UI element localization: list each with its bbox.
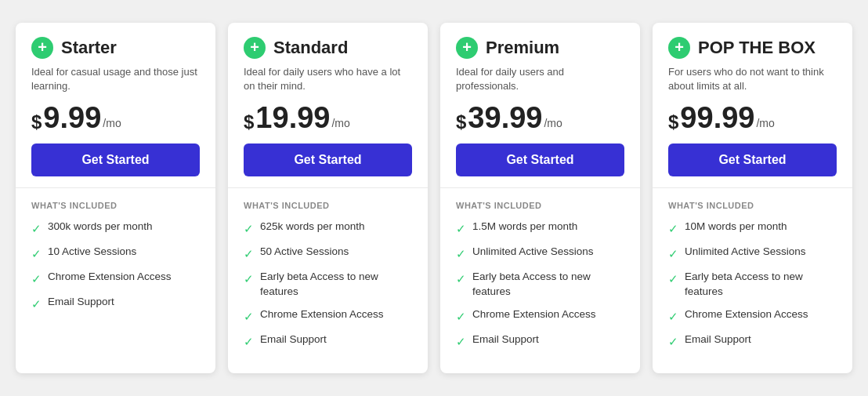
feature-text: Chrome Extension Access — [260, 307, 384, 322]
get-started-button-premium[interactable]: Get Started — [456, 144, 624, 176]
plan-title-row-pop-the-box: POP THE BOX — [668, 37, 837, 59]
get-started-button-pop-the-box[interactable]: Get Started — [668, 144, 837, 176]
plan-card-starter: StarterIdeal for casual usage and those … — [16, 23, 215, 373]
price-amount-standard: 19.99 — [255, 103, 330, 133]
plan-features-pop-the-box: WHAT'S INCLUDED✓10M words per month✓Unli… — [653, 188, 852, 373]
checkmark-icon: ✓ — [456, 271, 466, 287]
price-period-standard: /mo — [331, 117, 349, 129]
plan-price-starter: $9.99/mo — [31, 103, 200, 133]
list-item: ✓Email Support — [244, 332, 412, 350]
plan-title-row-premium: Premium — [456, 37, 624, 59]
price-dollar-pop-the-box: $ — [668, 112, 678, 133]
feature-text: Early beta Access to new features — [685, 270, 837, 300]
price-amount-pop-the-box: 99.99 — [680, 103, 754, 133]
list-item: ✓Chrome Extension Access — [244, 307, 412, 325]
checkmark-icon: ✓ — [31, 220, 42, 237]
plan-header-premium: PremiumIdeal for daily users and profess… — [440, 23, 640, 188]
plan-plus-icon-starter — [31, 37, 53, 59]
plan-header-pop-the-box: POP THE BOXFor users who do not want to … — [653, 23, 852, 188]
checkmark-icon: ✓ — [31, 271, 42, 287]
feature-text: Email Support — [685, 332, 751, 347]
checkmark-icon: ✓ — [456, 245, 466, 262]
features-label-premium: WHAT'S INCLUDED — [456, 201, 624, 210]
plan-plus-icon-standard — [244, 37, 266, 59]
plan-features-standard: WHAT'S INCLUDED✓625k words per month✓50 … — [228, 188, 428, 373]
price-amount-starter: 9.99 — [43, 103, 101, 133]
feature-text: Chrome Extension Access — [48, 270, 172, 285]
checkmark-icon: ✓ — [456, 308, 466, 325]
features-label-pop-the-box: WHAT'S INCLUDED — [668, 201, 837, 210]
list-item: ✓Chrome Extension Access — [668, 307, 837, 325]
feature-text: 300k words per month — [48, 220, 153, 234]
plan-header-starter: StarterIdeal for casual usage and those … — [16, 23, 215, 188]
checkmark-icon: ✓ — [244, 271, 254, 287]
feature-text: Email Support — [472, 332, 539, 347]
feature-text: Unlimited Active Sessions — [685, 245, 806, 260]
list-item: ✓625k words per month — [244, 220, 412, 237]
plan-description-premium: Ideal for daily users and professionals. — [456, 65, 624, 93]
checkmark-icon: ✓ — [244, 245, 254, 262]
plan-description-pop-the-box: For users who do not want to think about… — [668, 65, 837, 93]
feature-text: Early beta Access to new features — [260, 270, 412, 300]
feature-text: Chrome Extension Access — [472, 307, 596, 322]
list-item: ✓Early beta Access to new features — [668, 270, 837, 300]
feature-text: 1.5M words per month — [472, 220, 577, 234]
feature-text: 625k words per month — [260, 220, 365, 234]
list-item: ✓50 Active Sessions — [244, 245, 412, 262]
price-period-pop-the-box: /mo — [756, 117, 774, 129]
checkmark-icon: ✓ — [456, 333, 466, 350]
checkmark-icon: ✓ — [668, 220, 678, 237]
get-started-button-standard[interactable]: Get Started — [244, 144, 412, 176]
checkmark-icon: ✓ — [668, 245, 678, 262]
plan-card-premium: PremiumIdeal for daily users and profess… — [440, 23, 640, 373]
list-item: ✓Email Support — [31, 295, 200, 312]
plan-header-standard: StandardIdeal for daily users who have a… — [228, 23, 428, 188]
list-item: ✓Early beta Access to new features — [244, 270, 412, 300]
feature-text: 10 Active Sessions — [48, 245, 136, 260]
plan-description-standard: Ideal for daily users who have a lot on … — [244, 65, 412, 93]
checkmark-icon: ✓ — [668, 271, 678, 287]
plan-price-standard: $19.99/mo — [244, 103, 412, 133]
price-amount-premium: 39.99 — [468, 103, 542, 133]
plan-price-premium: $39.99/mo — [456, 103, 624, 133]
plan-description-starter: Ideal for casual usage and those just le… — [31, 65, 200, 93]
plan-name-standard: Standard — [273, 38, 348, 58]
checkmark-icon: ✓ — [31, 245, 42, 262]
plan-name-pop-the-box: POP THE BOX — [698, 38, 816, 58]
features-label-starter: WHAT'S INCLUDED — [31, 201, 200, 210]
plans-container: StarterIdeal for casual usage and those … — [16, 23, 852, 373]
price-period-premium: /mo — [544, 117, 562, 129]
list-item: ✓10 Active Sessions — [31, 245, 200, 262]
plan-plus-icon-pop-the-box — [668, 37, 690, 59]
plan-title-row-standard: Standard — [244, 37, 412, 59]
plan-card-standard: StandardIdeal for daily users who have a… — [228, 23, 428, 373]
list-item: ✓Email Support — [668, 332, 837, 350]
feature-text: 10M words per month — [685, 220, 787, 234]
list-item: ✓1.5M words per month — [456, 220, 624, 237]
price-dollar-standard: $ — [244, 112, 254, 133]
plan-name-starter: Starter — [61, 38, 117, 58]
feature-text: Chrome Extension Access — [685, 307, 808, 322]
list-item: ✓Email Support — [456, 332, 624, 350]
list-item: ✓Early beta Access to new features — [456, 270, 624, 300]
feature-text: Unlimited Active Sessions — [472, 245, 594, 260]
list-item: ✓Chrome Extension Access — [456, 307, 624, 325]
price-dollar-starter: $ — [31, 112, 42, 133]
plan-features-starter: WHAT'S INCLUDED✓300k words per month✓10 … — [16, 188, 215, 373]
plan-plus-icon-premium — [456, 37, 478, 59]
get-started-button-starter[interactable]: Get Started — [31, 144, 200, 176]
list-item: ✓Chrome Extension Access — [31, 270, 200, 287]
list-item: ✓10M words per month — [668, 220, 837, 237]
checkmark-icon: ✓ — [31, 296, 42, 312]
checkmark-icon: ✓ — [244, 333, 254, 350]
price-dollar-premium: $ — [456, 112, 466, 133]
list-item: ✓300k words per month — [31, 220, 200, 237]
feature-text: 50 Active Sessions — [260, 245, 349, 260]
plan-card-pop-the-box: POP THE BOXFor users who do not want to … — [653, 23, 852, 373]
plan-features-premium: WHAT'S INCLUDED✓1.5M words per month✓Unl… — [440, 188, 640, 373]
plan-name-premium: Premium — [486, 38, 559, 58]
plan-title-row-starter: Starter — [31, 37, 200, 59]
plan-price-pop-the-box: $99.99/mo — [668, 103, 837, 133]
checkmark-icon: ✓ — [244, 308, 254, 325]
checkmark-icon: ✓ — [668, 308, 678, 325]
